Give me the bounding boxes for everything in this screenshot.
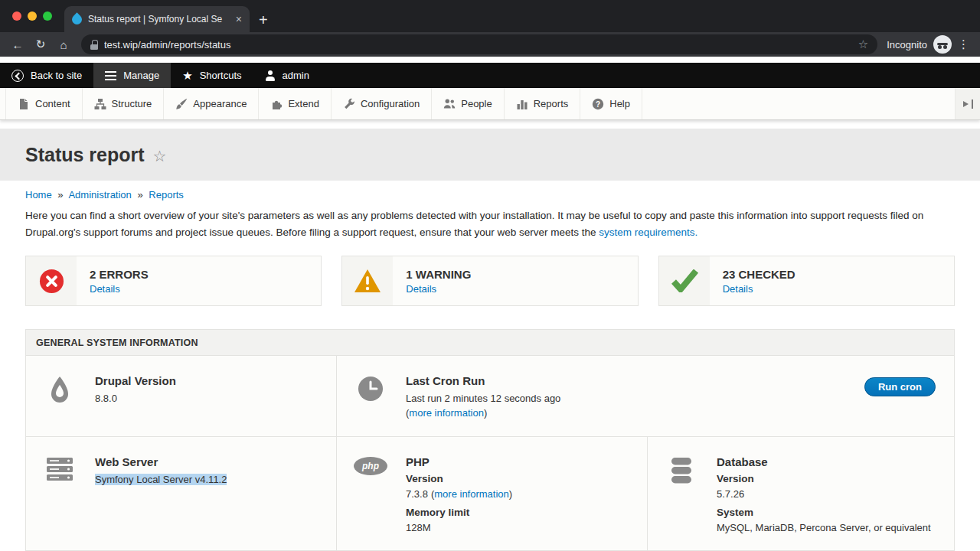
back-to-site-label: Back to site	[31, 70, 82, 81]
structure-sitemap-icon	[94, 98, 106, 110]
admin-toolbar: Back to site Manage ★ Shortcuts admin	[0, 63, 980, 88]
menu-item-label: Configuration	[361, 98, 420, 109]
appearance-brush-icon	[175, 98, 188, 110]
paren-close: )	[509, 488, 512, 500]
db-system-value: MySQL, MariaDB, Percona Server, or equiv…	[717, 521, 931, 536]
php-version-line: 7.3.8(more information)	[406, 487, 512, 502]
cron-more-info-link[interactable]: more information	[409, 407, 484, 419]
php-version-value: 7.3.8	[406, 488, 428, 500]
page-title: Status report	[25, 144, 145, 166]
menu-item-label: Extend	[288, 98, 318, 109]
admin-menu-tray: Content Structure Appearance Extend Conf…	[0, 88, 980, 120]
breadcrumb: Home » Administration » Reports	[25, 189, 955, 201]
minimize-window-button[interactable]	[28, 11, 37, 21]
menu-item-appearance[interactable]: Appearance	[164, 88, 259, 119]
database-item: Database Version 5.7.26 System MySQL, Ma…	[647, 437, 954, 551]
menu-item-structure[interactable]: Structure	[83, 88, 165, 119]
svg-text:?: ?	[596, 99, 600, 108]
manage-label: Manage	[123, 70, 159, 81]
system-info-row-2: Web Server Symfony Local Server v4.11.2 …	[26, 436, 954, 551]
menu-item-help[interactable]: ? Help	[580, 88, 642, 119]
checked-details-link[interactable]: Details	[723, 283, 795, 295]
drupal-drop-icon	[43, 374, 77, 421]
menu-item-content[interactable]: Content	[5, 88, 83, 119]
system-info-row-1: Drupal Version 8.8.0 Last Cron Run Last …	[26, 356, 954, 436]
menu-item-label: Content	[35, 98, 70, 109]
back-to-site-icon	[11, 70, 24, 82]
menu-item-label: Structure	[112, 98, 152, 109]
browser-tab[interactable]: Status report | Symfony Local Se ×	[64, 6, 250, 32]
checked-count: 23 CHECKED	[723, 268, 795, 281]
menu-item-people[interactable]: People	[432, 88, 504, 119]
back-icon[interactable]: ←	[6, 38, 29, 51]
shortcuts-button[interactable]: ★ Shortcuts	[171, 63, 253, 88]
item-title: Last Cron Run	[406, 374, 560, 387]
back-to-site-button[interactable]: Back to site	[0, 63, 93, 88]
system-requirements-link[interactable]: system requirements.	[599, 227, 697, 238]
item-title: PHP	[406, 455, 512, 468]
user-label: admin	[283, 70, 309, 81]
server-icon	[43, 455, 77, 536]
clock-icon	[354, 374, 387, 421]
collapse-arrow-icon	[963, 99, 973, 109]
menu-item-reports[interactable]: Reports	[505, 88, 581, 119]
breadcrumb-separator: »	[137, 189, 142, 201]
page-top-gap	[0, 57, 980, 63]
toolbar-orientation-toggle[interactable]	[955, 88, 980, 119]
status-summary-cards: 2 ERRORS Details 1 WARNING Details 23 CH…	[25, 256, 955, 306]
cron-more-info-line: (more information)	[406, 406, 560, 421]
bookmark-star-icon[interactable]: ☆	[858, 37, 868, 51]
zoom-window-button[interactable]	[43, 11, 52, 21]
breadcrumb-reports-link[interactable]: Reports	[149, 189, 184, 201]
new-tab-button[interactable]: +	[259, 12, 268, 28]
warning-icon	[342, 256, 393, 305]
php-logo-icon: php	[354, 455, 387, 536]
shortcuts-star-icon: ★	[182, 70, 192, 81]
tab-title: Status report | Symfony Local Se	[88, 14, 230, 24]
home-icon[interactable]: ⌂	[52, 38, 75, 51]
errors-details-link[interactable]: Details	[90, 283, 149, 295]
database-icon	[665, 455, 698, 536]
php-item: php PHP Version 7.3.8(more information) …	[336, 437, 647, 551]
close-window-button[interactable]	[12, 11, 21, 21]
address-bar[interactable]: test.wip/admin/reports/status ☆	[81, 34, 877, 54]
breadcrumb-administration-link[interactable]: Administration	[68, 189, 131, 201]
php-memory-value: 128M	[406, 521, 512, 536]
content-page-icon	[18, 98, 30, 110]
shortcut-add-star-icon[interactable]: ☆	[153, 147, 167, 165]
people-icon	[443, 98, 456, 110]
warnings-details-link[interactable]: Details	[406, 283, 471, 295]
item-title: Database	[717, 455, 931, 468]
manage-button[interactable]: Manage	[93, 63, 171, 88]
db-version-label: Version	[717, 473, 931, 484]
page-content: Home » Administration » Reports Here you…	[0, 189, 980, 551]
user-menu-button[interactable]: admin	[253, 63, 321, 88]
php-version-label: Version	[406, 473, 512, 484]
checkmark-icon	[659, 256, 710, 305]
menu-item-configuration[interactable]: Configuration	[332, 88, 432, 119]
browser-navigation-bar: ← ↻ ⌂ test.wip/admin/reports/status ☆ In…	[0, 32, 980, 57]
php-more-info-link[interactable]: more information	[434, 488, 509, 500]
drupal-version-value: 8.8.0	[95, 392, 176, 406]
lock-icon[interactable]	[90, 40, 98, 50]
db-version-value: 5.7.26	[717, 487, 931, 502]
tab-close-icon[interactable]: ×	[236, 13, 242, 25]
run-cron-button[interactable]: Run cron	[864, 377, 936, 396]
drupal-favicon-icon	[70, 12, 83, 26]
breadcrumb-home-link[interactable]: Home	[25, 189, 52, 201]
shortcuts-label: Shortcuts	[200, 70, 242, 81]
paren-close: )	[484, 407, 487, 419]
item-title: Web Server	[95, 455, 227, 468]
window-controls	[0, 0, 64, 32]
drupal-version-item: Drupal Version 8.8.0	[26, 356, 336, 436]
url-text[interactable]: test.wip/admin/reports/status	[104, 39, 852, 51]
user-icon	[265, 70, 276, 81]
help-question-icon: ?	[592, 98, 604, 110]
reload-icon[interactable]: ↻	[29, 37, 52, 51]
last-cron-run-item: Last Cron Run Last run 2 minutes 12 seco…	[336, 356, 954, 436]
menu-item-label: People	[461, 98, 492, 109]
browser-menu-icon[interactable]: ⋮	[958, 37, 969, 51]
menu-item-extend[interactable]: Extend	[259, 88, 331, 119]
page-header: Status report ☆	[0, 129, 980, 181]
errors-count: 2 ERRORS	[90, 268, 149, 281]
